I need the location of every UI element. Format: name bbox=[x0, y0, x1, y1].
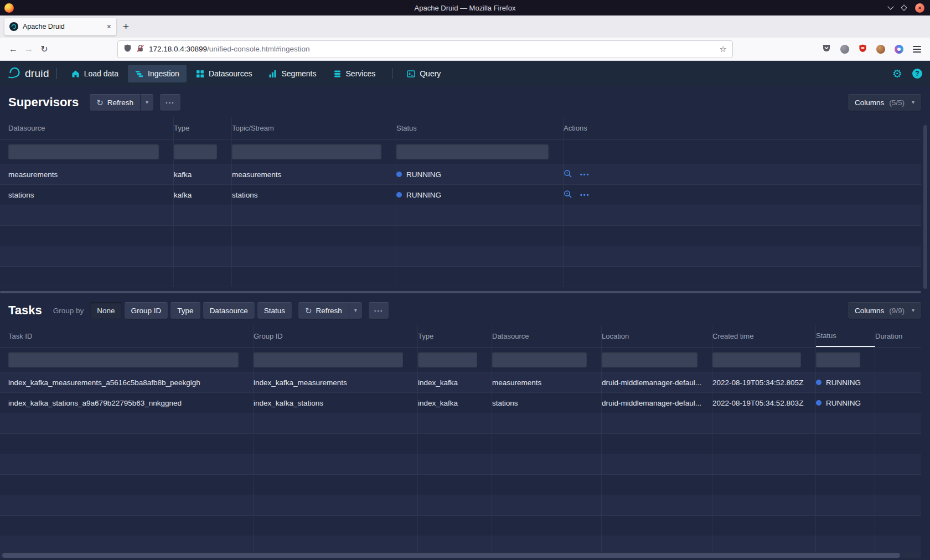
tasks-refresh-button[interactable]: ↻ Refresh bbox=[298, 302, 349, 319]
tab-title: Apache Druid bbox=[23, 23, 102, 30]
tasks-columns-button[interactable]: Columns (9/9) ▾ bbox=[848, 302, 921, 319]
filter-type-input[interactable] bbox=[418, 352, 477, 367]
nav-item-query[interactable]: Query bbox=[400, 65, 448, 82]
tasks-filter-row bbox=[0, 348, 921, 372]
filter-group-id-input[interactable] bbox=[254, 352, 403, 367]
supervisors-refresh-button[interactable]: ↻ Refresh bbox=[90, 94, 140, 111]
help-icon[interactable]: ? bbox=[912, 69, 922, 79]
empty-row bbox=[0, 495, 921, 516]
column-header-type[interactable]: Type bbox=[418, 325, 492, 347]
tab-close-icon[interactable]: × bbox=[107, 23, 111, 30]
new-tab-button[interactable]: + bbox=[123, 20, 129, 33]
column-header-datasource[interactable]: Datasource bbox=[8, 117, 174, 139]
column-header-group-id[interactable]: Group ID bbox=[254, 325, 418, 347]
filter-datasource-input[interactable] bbox=[8, 144, 159, 159]
forward-button[interactable]: → bbox=[21, 42, 37, 57]
bookmark-star-icon[interactable]: ☆ bbox=[720, 44, 727, 54]
cell-status: RUNNING bbox=[396, 185, 564, 205]
supervisors-table-body: measurements kafka measurements RUNNING … bbox=[0, 164, 921, 287]
supervisors-more-button[interactable]: ··· bbox=[160, 94, 180, 111]
tasks-horizontal-scrollbar[interactable] bbox=[0, 552, 921, 558]
nav-item-datasources[interactable]: Datasources bbox=[189, 65, 260, 82]
refresh-label: Refresh bbox=[316, 307, 342, 315]
column-header-type[interactable]: Type bbox=[174, 117, 232, 139]
filter-type-input[interactable] bbox=[174, 144, 217, 159]
table-row[interactable]: index_kafka_stations_a9a679b22795b63_nnk… bbox=[0, 393, 921, 413]
filter-status-input[interactable] bbox=[816, 352, 860, 367]
group-by-none-button[interactable]: None bbox=[90, 302, 121, 319]
cell-group-id: index_kafka_measurements bbox=[254, 372, 418, 392]
nav-item-load-data[interactable]: Load data bbox=[64, 65, 126, 82]
group-by-datasource-button[interactable]: Datasource bbox=[203, 302, 255, 319]
table-row[interactable]: stations kafka stations RUNNING ••• bbox=[0, 185, 921, 205]
segments-icon bbox=[268, 70, 277, 78]
filter-task-id-input[interactable] bbox=[8, 352, 239, 367]
extension-icon-b[interactable] bbox=[895, 45, 903, 54]
insecure-connection-icon[interactable] bbox=[136, 44, 144, 54]
profile-avatar-icon[interactable] bbox=[876, 45, 885, 54]
cell-actions: ••• bbox=[564, 185, 921, 205]
inspect-icon[interactable] bbox=[564, 190, 572, 200]
tasks-more-button[interactable]: ··· bbox=[369, 302, 389, 319]
nav-item-services[interactable]: Services bbox=[326, 65, 383, 82]
chevron-down-icon: ▾ bbox=[912, 100, 914, 105]
table-row[interactable]: index_kafka_measurements_a5616c5ba8afb8b… bbox=[0, 372, 921, 393]
cell-status: RUNNING bbox=[816, 393, 875, 413]
url-bar[interactable]: 172.18.0.4:30899/unified-console.html#in… bbox=[117, 40, 733, 58]
filter-created-time-input[interactable] bbox=[712, 352, 801, 367]
druid-logo[interactable]: druid bbox=[8, 66, 49, 81]
status-dot bbox=[816, 380, 822, 385]
status-dot bbox=[396, 172, 402, 177]
ublock-icon[interactable] bbox=[859, 44, 867, 55]
tasks-refresh-dropdown-button[interactable]: ▾ bbox=[349, 302, 362, 319]
window-close-button[interactable]: × bbox=[915, 3, 924, 13]
menu-button[interactable] bbox=[913, 46, 921, 53]
filter-status-input[interactable] bbox=[396, 144, 549, 159]
tracking-protection-icon[interactable] bbox=[123, 44, 132, 54]
group-by-group-id-button[interactable]: Group ID bbox=[125, 302, 168, 319]
column-header-created-time[interactable]: Created time bbox=[712, 325, 816, 347]
empty-row bbox=[0, 475, 921, 495]
extension-icon-a[interactable] bbox=[840, 45, 849, 54]
row-actions-icon[interactable]: ••• bbox=[580, 191, 590, 198]
supervisors-columns-button[interactable]: Columns (5/5) ▾ bbox=[848, 94, 921, 111]
window-maximize-icon[interactable] bbox=[901, 4, 907, 11]
nav-item-segments[interactable]: Segments bbox=[261, 65, 323, 82]
nav-item-ingestion[interactable]: Ingestion bbox=[128, 65, 187, 82]
supervisors-vertical-scrollbar[interactable] bbox=[923, 125, 927, 289]
cell-type: index_kafka bbox=[418, 372, 492, 392]
filter-topic-stream-input[interactable] bbox=[232, 144, 381, 159]
pocket-icon[interactable] bbox=[822, 44, 831, 55]
url-text[interactable]: 172.18.0.4:30899/unified-console.html#in… bbox=[149, 45, 715, 53]
column-header-topic-stream[interactable]: Topic/Stream bbox=[232, 117, 396, 139]
supervisors-horizontal-scrollbar[interactable] bbox=[0, 291, 921, 293]
browser-tab[interactable]: Apache Druid × bbox=[4, 18, 116, 35]
inspect-icon[interactable] bbox=[564, 169, 572, 180]
status-dot bbox=[816, 400, 822, 406]
column-header-location[interactable]: Location bbox=[602, 325, 712, 347]
supervisors-refresh-dropdown-button[interactable]: ▾ bbox=[141, 94, 153, 111]
back-button[interactable]: ← bbox=[6, 42, 21, 57]
group-by-status-button[interactable]: Status bbox=[257, 302, 292, 319]
cell-type: kafka bbox=[174, 185, 232, 205]
chevron-down-icon: ▾ bbox=[146, 100, 148, 105]
tasks-table: Task ID Group ID Type Datasource Locatio… bbox=[0, 325, 921, 557]
home-icon bbox=[71, 70, 80, 78]
filter-location-input[interactable] bbox=[602, 352, 698, 367]
row-actions-icon[interactable]: ••• bbox=[580, 171, 590, 178]
window-minimize-icon[interactable] bbox=[887, 3, 893, 9]
scrollbar-thumb[interactable] bbox=[2, 553, 900, 558]
nav-item-label: Datasources bbox=[209, 69, 252, 78]
tab-bar: Apache Druid × + bbox=[0, 15, 930, 38]
column-header-status[interactable]: Status bbox=[396, 117, 564, 139]
cell-datasource: measurements bbox=[8, 164, 174, 184]
column-header-duration[interactable]: Duration bbox=[875, 325, 921, 347]
table-row[interactable]: measurements kafka measurements RUNNING … bbox=[0, 164, 921, 185]
column-header-task-id[interactable]: Task ID bbox=[8, 325, 254, 347]
reload-button[interactable]: ↻ bbox=[37, 42, 52, 57]
filter-datasource-input[interactable] bbox=[492, 352, 587, 367]
column-header-datasource[interactable]: Datasource bbox=[492, 325, 602, 347]
settings-gear-icon[interactable]: ⚙ bbox=[892, 68, 902, 79]
group-by-type-button[interactable]: Type bbox=[170, 302, 200, 319]
column-header-status[interactable]: Status bbox=[816, 325, 875, 347]
